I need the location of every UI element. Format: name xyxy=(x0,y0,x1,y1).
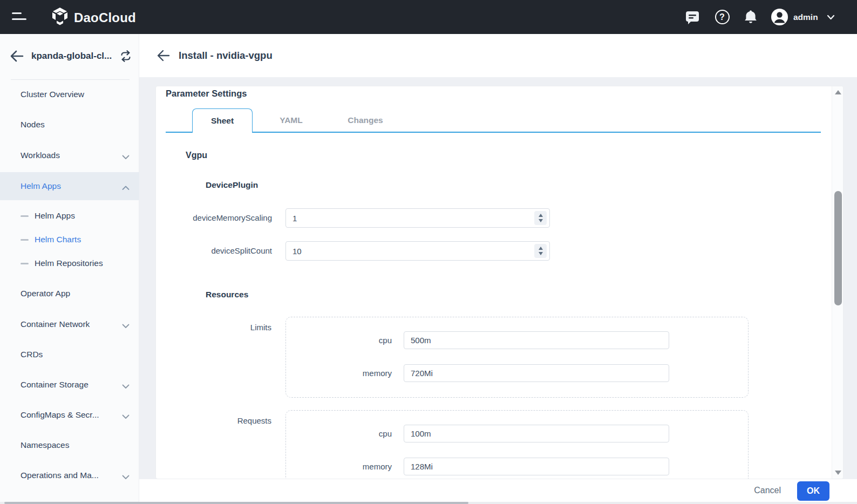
bell-icon[interactable] xyxy=(742,0,760,34)
back-icon[interactable] xyxy=(157,50,170,62)
group-label-limits: Limits xyxy=(167,322,271,333)
dash-icon xyxy=(21,215,29,217)
spinner-up-icon[interactable] xyxy=(539,247,543,250)
tab-yaml[interactable]: YAML xyxy=(253,108,330,132)
section-heading-vgpu: Vgpu xyxy=(186,151,207,160)
sidebar-subitem-helm-repositories[interactable]: Helm Repositories xyxy=(0,253,139,274)
help-icon[interactable]: ? xyxy=(713,0,731,34)
avatar[interactable] xyxy=(770,0,789,34)
chevron-down-icon xyxy=(122,321,130,331)
sidebar-item-operations[interactable]: Operations and Ma... xyxy=(0,465,139,486)
field-label-memory: memory xyxy=(307,364,392,382)
switch-cluster-icon[interactable] xyxy=(120,50,132,62)
sidebar-subitem-helm-charts[interactable]: Helm Charts xyxy=(0,229,139,250)
brand-logo: DaoCloud xyxy=(51,7,136,29)
spinner-down-icon[interactable] xyxy=(539,219,543,222)
chevron-down-icon xyxy=(122,382,130,391)
chevron-down-icon[interactable] xyxy=(822,0,839,34)
page-title: Install - nvidia-vgpu xyxy=(179,34,273,77)
devicememoryscaling-stepper[interactable] xyxy=(534,211,547,225)
horizontal-scrollbar[interactable] xyxy=(0,502,857,504)
cluster-name[interactable]: kpanda-global-cl... xyxy=(31,50,118,63)
brand-name: DaoCloud xyxy=(74,10,136,25)
user-name[interactable]: admin xyxy=(793,0,818,34)
devicememoryscaling-input[interactable] xyxy=(285,208,550,228)
sidebar-item-cluster-overview[interactable]: Cluster Overview xyxy=(0,84,139,105)
spinner-down-icon[interactable] xyxy=(539,252,543,255)
cancel-button[interactable]: Cancel xyxy=(754,479,781,502)
spinner-up-icon[interactable] xyxy=(539,214,543,217)
devicesplitcount-input[interactable] xyxy=(285,241,550,261)
tab-underline xyxy=(166,132,821,133)
sidebar-item-operator-app[interactable]: Operator App xyxy=(0,283,139,304)
subsection-heading-deviceplugin: DevicePlugin xyxy=(206,180,258,190)
sidebar-subitem-helm-apps[interactable]: Helm Apps xyxy=(0,205,139,227)
scrollbar-thumb[interactable] xyxy=(834,191,842,305)
devicesplitcount-stepper[interactable] xyxy=(534,244,547,258)
sidebar-item-namespaces[interactable]: Namespaces xyxy=(0,434,139,456)
sidebar-item-helm-apps[interactable]: Helm Apps xyxy=(0,172,139,200)
vertical-scrollbar[interactable] xyxy=(832,86,844,479)
sidebar-item-crds[interactable]: CRDs xyxy=(0,344,139,365)
chevron-down-icon xyxy=(122,412,130,421)
dash-icon xyxy=(21,263,29,264)
field-label-devicesplitcount: deviceSplitCount xyxy=(167,241,272,261)
sidebar-item-workloads[interactable]: Workloads xyxy=(0,145,139,166)
top-bar: DaoCloud ? admin xyxy=(0,0,857,34)
chevron-up-icon xyxy=(122,183,130,193)
limits-cpu-input[interactable] xyxy=(404,331,669,349)
sidebar-item-container-storage[interactable]: Container Storage xyxy=(0,374,139,396)
sidebar-item-container-network[interactable]: Container Network xyxy=(0,314,139,335)
sidebar-item-configmaps-secrets[interactable]: ConfigMaps & Secr... xyxy=(0,404,139,426)
field-label-cpu: cpu xyxy=(307,331,392,349)
action-footer: Cancel OK xyxy=(139,479,857,502)
sidebar: kpanda-global-cl... Cluster Overview Nod… xyxy=(0,34,139,502)
horizontal-scrollbar-thumb[interactable] xyxy=(4,502,468,504)
menu-icon[interactable] xyxy=(12,12,27,21)
requests-memory-input[interactable] xyxy=(404,458,669,475)
chevron-down-icon xyxy=(122,152,130,162)
limits-memory-input[interactable] xyxy=(404,364,669,382)
chevron-down-icon xyxy=(122,472,130,482)
sidebar-divider xyxy=(11,79,130,80)
sidebar-item-nodes[interactable]: Nodes xyxy=(0,114,139,135)
app-window: DaoCloud ? admin xyxy=(0,0,857,504)
requests-cpu-input[interactable] xyxy=(404,425,669,442)
field-label-memory: memory xyxy=(307,458,392,475)
page-header: Install - nvidia-vgpu xyxy=(139,34,857,77)
card-title: Parameter Settings xyxy=(166,88,247,99)
tab-sheet[interactable]: Sheet xyxy=(192,108,253,133)
section-heading-resources: Resources xyxy=(206,290,248,299)
chat-icon[interactable] xyxy=(683,0,702,34)
parameter-settings-card: Parameter Settings Sheet YAML Changes Vg… xyxy=(155,86,844,479)
field-label-devicememoryscaling: deviceMemoryScaling xyxy=(167,208,272,228)
dash-icon xyxy=(21,239,29,241)
back-to-clusters-icon[interactable] xyxy=(10,50,24,63)
daocloud-logo-icon xyxy=(51,7,69,29)
scroll-down-icon[interactable] xyxy=(835,471,841,475)
scroll-up-icon[interactable] xyxy=(835,90,841,94)
limits-group-box xyxy=(285,317,749,398)
ok-button[interactable]: OK xyxy=(797,481,829,501)
tab-changes[interactable]: Changes xyxy=(330,108,401,132)
group-label-requests: Requests xyxy=(167,416,271,426)
field-label-cpu: cpu xyxy=(307,425,392,442)
